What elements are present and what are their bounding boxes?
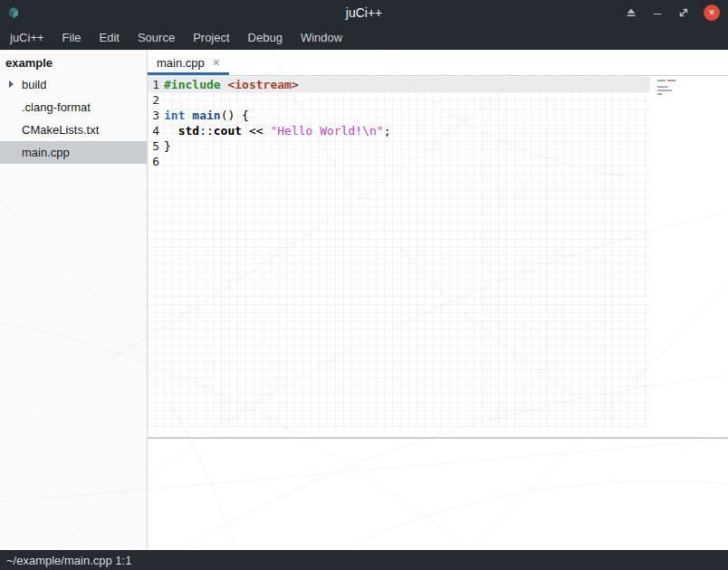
tab-main-cpp[interactable]: main.cpp × — [148, 50, 229, 75]
line-number: 2 — [150, 92, 159, 108]
minimap-mark — [657, 90, 672, 91]
titlebar: juCi++ – × — [0, 0, 728, 25]
tree-item-clang-format[interactable]: .clang-format — [0, 96, 147, 119]
menu-item-juci[interactable]: juCi++ — [1, 25, 53, 50]
tabbar: main.cpp × — [148, 50, 728, 76]
window-title: juCi++ — [0, 5, 728, 20]
line-number: 1 — [150, 77, 159, 92]
minimap-mark — [657, 80, 675, 81]
shade-icon[interactable] — [625, 6, 637, 19]
tree-item-label: CMakeLists.txt — [22, 123, 99, 137]
statusbar: ~/example/main.cpp 1:1 — [0, 550, 728, 570]
line-number: 4 — [150, 123, 159, 138]
code-line-1[interactable]: 1#include <iostream> — [148, 77, 650, 92]
menu-item-project[interactable]: Project — [184, 25, 238, 50]
terminal-pane[interactable] — [148, 439, 728, 550]
line-number: 3 — [150, 108, 159, 123]
tree-item-label: .clang-format — [22, 100, 91, 114]
line-text: int main() { — [164, 108, 249, 123]
menu-item-source[interactable]: Source — [129, 25, 184, 50]
juci-window: juCi++ – × — [0, 0, 728, 570]
project-root-label[interactable]: example — [0, 50, 147, 73]
tree-item-label: build — [22, 78, 46, 91]
code-line-3[interactable]: 3int main() { — [148, 108, 650, 123]
tree-item-main-cpp[interactable]: main.cpp — [0, 141, 147, 164]
tree-item-cmakelists-txt[interactable]: CMakeLists.txt — [0, 119, 147, 141]
sidebar: example build.clang-formatCMakeLists.txt… — [0, 50, 148, 550]
tree-item-label: main.cpp — [22, 146, 70, 159]
close-icon: × — [708, 5, 714, 21]
line-number: 6 — [150, 154, 159, 169]
app-logo-icon — [6, 5, 21, 20]
minimap-mark — [657, 86, 668, 88]
maximize-icon[interactable] — [677, 6, 690, 19]
expander-icon[interactable] — [9, 81, 14, 88]
tab-label: main.cpp — [157, 56, 205, 70]
code-line-2[interactable]: 2 — [148, 92, 650, 108]
menubar: juCi++FileEditSourceProjectDebugWindow — [0, 25, 728, 50]
main-area: main.cpp × 1#include <iostream>23int mai… — [148, 50, 728, 550]
code-line-5[interactable]: 5} — [148, 138, 650, 154]
code-line-6[interactable]: 6 — [148, 154, 650, 169]
code-lines: 1#include <iostream>23int main() {4 std:… — [148, 76, 728, 169]
minimize-button[interactable]: – — [651, 6, 664, 19]
status-text: ~/example/main.cpp 1:1 — [6, 554, 131, 567]
line-number: 5 — [150, 138, 159, 154]
menu-item-edit[interactable]: Edit — [91, 25, 129, 50]
menu-item-debug[interactable]: Debug — [239, 25, 292, 50]
code-editor[interactable]: 1#include <iostream>23int main() {4 std:… — [148, 76, 728, 437]
line-text: std::cout << "Hello World!\n"; — [164, 123, 390, 138]
content: example build.clang-formatCMakeLists.txt… — [0, 50, 728, 550]
close-button[interactable]: × — [704, 5, 720, 21]
minimap-mark — [657, 93, 662, 95]
tab-close-icon[interactable]: × — [213, 55, 220, 70]
line-text: } — [164, 138, 171, 154]
menu-item-window[interactable]: Window — [292, 25, 351, 50]
tree-item-build[interactable]: build — [0, 73, 147, 96]
menu-item-file[interactable]: File — [53, 25, 91, 50]
code-line-4[interactable]: 4 std::cout << "Hello World!\n"; — [148, 123, 650, 138]
window-controls: – × — [625, 5, 728, 21]
line-text: #include <iostream> — [164, 77, 299, 92]
minimap[interactable] — [657, 80, 679, 110]
file-tree: build.clang-formatCMakeLists.txtmain.cpp — [0, 73, 147, 164]
